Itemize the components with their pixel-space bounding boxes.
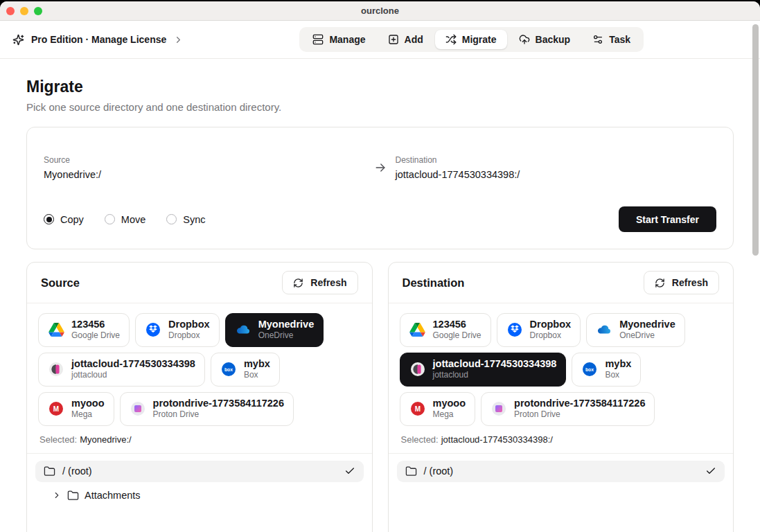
panel-title: Destination (403, 276, 465, 290)
tab-label: Migrate (462, 34, 497, 45)
source-panel-header: Source Refresh (27, 263, 372, 303)
remote-type: OneDrive (619, 330, 675, 342)
remote-name: protondrive-1773584117226 (153, 398, 284, 409)
server-icon (312, 34, 324, 45)
selected-remote-line: Selected:jottacloud-1774530334398:/ (389, 432, 734, 453)
remote-name: Myonedrive (258, 319, 315, 330)
page-title: Migrate (26, 77, 734, 96)
titlebar: ourclone (0, 1, 760, 21)
remote-list: 123456Google Drive DropboxDropbox Myoned… (27, 303, 372, 432)
start-transfer-button[interactable]: Start Transfer (619, 206, 716, 232)
remote-name: myooo (433, 398, 466, 409)
square-plus-icon (388, 34, 399, 45)
refresh-button[interactable]: Refresh (282, 271, 357, 294)
remote-button-protondrive[interactable]: protondrive-1773584117226Proton Drive (481, 392, 655, 426)
remote-name: jottacloud-1774530334398 (71, 358, 195, 370)
dropbox-icon (506, 321, 523, 338)
remote-button-gdrive[interactable]: 123456Google Drive (400, 313, 491, 347)
app-header: Pro Edition · Manage License Manage Add … (0, 21, 760, 59)
mode-radio-sync[interactable]: Sync (166, 214, 205, 225)
refresh-label: Refresh (310, 277, 346, 288)
shuffle-icon (445, 34, 457, 45)
remote-button-dropbox[interactable]: DropboxDropbox (497, 313, 581, 347)
onedrive-icon (235, 321, 251, 338)
source-value: Myonedrive:/ (44, 169, 365, 180)
remote-list: 123456Google Drive DropboxDropbox Myoned… (389, 303, 734, 432)
remote-button-mega[interactable]: myoooMega (38, 392, 114, 426)
minimize-button[interactable] (20, 7, 28, 15)
remote-type: Google Drive (71, 330, 120, 342)
remote-name: jottacloud-1774530334398 (433, 358, 557, 370)
remote-type: OneDrive (258, 330, 315, 342)
remote-button-jottacloud[interactable]: jottacloud-1774530334398jottacloud (400, 353, 567, 387)
browser-panels: Source Refresh 123456Google Drive Dropbo… (26, 262, 734, 532)
folder-icon (44, 466, 55, 477)
tab-add[interactable]: Add (378, 30, 434, 49)
jottacloud-icon (409, 361, 426, 378)
destination-label: Destination (396, 155, 717, 165)
destination-value: jottacloud-1774530334398:/ (396, 169, 717, 180)
zoom-button[interactable] (34, 7, 42, 15)
remote-name: mybx (244, 358, 270, 370)
dropbox-icon (145, 321, 161, 338)
license-breadcrumb[interactable]: Pro Edition · Manage License (12, 34, 184, 46)
check-icon (705, 466, 716, 477)
remote-button-mega[interactable]: myoooMega (400, 392, 476, 426)
transfer-route: Source Myonedrive:/ Destination jottaclo… (44, 155, 716, 180)
remote-button-protondrive[interactable]: protondrive-1773584117226Proton Drive (120, 392, 294, 426)
remote-name: 123456 (433, 319, 481, 330)
mode-label: Sync (183, 214, 205, 225)
chevron-right-icon[interactable] (52, 490, 62, 500)
mode-radio-move[interactable]: Move (105, 214, 145, 225)
remote-type: Mega (71, 409, 105, 420)
tab-backup[interactable]: Backup (509, 30, 581, 49)
selected-label: Selected: (401, 434, 439, 445)
mode-radio-copy[interactable]: Copy (44, 214, 84, 225)
tree-item-root[interactable]: / (root) (35, 461, 364, 482)
refresh-button[interactable]: Refresh (644, 271, 719, 294)
remote-name: Dropbox (530, 319, 572, 330)
app-window: ourclone Pro Edition · Manage License Ma… (0, 1, 760, 532)
tree-item-attachments[interactable]: Attachments (35, 485, 364, 506)
tree-item-root[interactable]: / (root) (397, 461, 725, 482)
tab-label: Manage (329, 34, 365, 45)
folder-icon (67, 490, 79, 502)
remote-button-gdrive[interactable]: 123456Google Drive (38, 313, 130, 347)
box-icon (220, 361, 237, 378)
remote-type: Proton Drive (153, 409, 284, 420)
tree-item-label: / (root) (424, 466, 454, 477)
radio-icon (105, 214, 115, 224)
transfer-card: Source Myonedrive:/ Destination jottaclo… (26, 127, 734, 249)
tree-item-label: Attachments (85, 490, 141, 501)
destination-panel-header: Destination Refresh (389, 263, 734, 303)
source-label: Source (44, 155, 365, 165)
mega-icon (48, 400, 64, 417)
remote-button-jottacloud[interactable]: jottacloud-1774530334398jottacloud (38, 353, 205, 387)
remote-button-onedrive[interactable]: MyonedriveOneDrive (225, 313, 324, 347)
remote-button-dropbox[interactable]: DropboxDropbox (135, 313, 220, 347)
sparkles-icon (12, 34, 24, 46)
tab-manage[interactable]: Manage (302, 30, 375, 49)
selected-value: Myonedrive:/ (80, 434, 131, 445)
remote-button-box[interactable]: mybxBox (572, 353, 641, 387)
tab-task[interactable]: Task (582, 30, 641, 49)
selected-remote-line: Selected:Myonedrive:/ (27, 432, 372, 453)
refresh-label: Refresh (672, 277, 708, 288)
box-icon (581, 361, 598, 378)
license-label: Pro Edition · Manage License (31, 34, 166, 45)
main-content: Migrate Pick one source directory and on… (0, 77, 760, 532)
scrollbar-thumb[interactable] (752, 24, 759, 256)
tab-migrate[interactable]: Migrate (435, 30, 507, 49)
cloud-upload-icon (519, 34, 530, 45)
remote-name: Myonedrive (619, 319, 675, 330)
remote-button-box[interactable]: mybxBox (211, 353, 280, 387)
proton-drive-icon (491, 400, 507, 417)
page-subtitle: Pick one source directory and one destin… (26, 100, 734, 114)
destination-panel: Destination Refresh 123456Google Drive D… (388, 262, 734, 532)
close-button[interactable] (6, 7, 15, 15)
tree-item-label: / (root) (62, 466, 92, 477)
folder-icon (405, 466, 417, 477)
remote-button-onedrive[interactable]: MyonedriveOneDrive (586, 313, 685, 347)
google-drive-icon (48, 321, 64, 338)
tab-label: Backup (536, 34, 571, 45)
